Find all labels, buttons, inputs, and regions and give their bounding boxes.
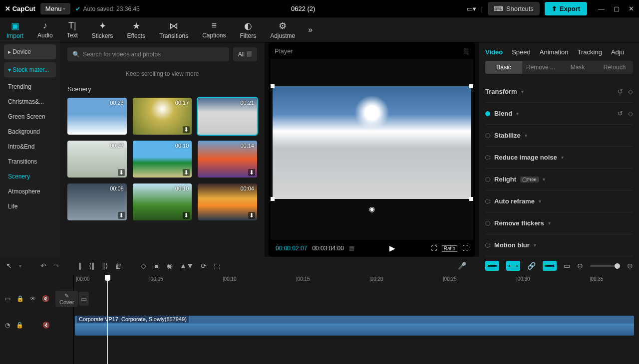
stock-thumbnail[interactable]: 00:08⬇ xyxy=(67,183,127,220)
delete-tool[interactable]: 🗑 xyxy=(115,262,122,270)
download-icon[interactable]: ⬇ xyxy=(183,126,190,133)
nav-christmas-[interactable]: Christmas&... xyxy=(4,94,56,109)
nav-background[interactable]: Background xyxy=(4,124,56,139)
group-tool[interactable]: ▣ xyxy=(153,262,160,270)
nav-atmosphere[interactable]: Atmosphere xyxy=(4,184,56,199)
stock-thumbnail[interactable]: 00:04⬇ xyxy=(198,183,257,220)
mic-icon[interactable]: 🎤 xyxy=(458,262,466,270)
split-left-tool[interactable]: ⟨∥ xyxy=(89,262,95,270)
crop-tool[interactable]: ⬚ xyxy=(214,262,220,270)
link-tool[interactable]: 🔗 xyxy=(527,262,536,270)
split-tool[interactable]: ∥ xyxy=(78,262,82,270)
stab-remove[interactable]: Remove ... xyxy=(522,61,559,74)
nav-green-screen[interactable]: Green Screen xyxy=(4,109,56,124)
prop-auto-reframe[interactable]: Auto reframe ▾ xyxy=(485,190,633,212)
rtab-tracking[interactable]: Tracking xyxy=(578,48,602,56)
prop-transform[interactable]: Transform▾ ↺◇ xyxy=(485,81,633,103)
rotate-handle[interactable]: ◉ xyxy=(369,205,375,213)
prop-stabilize[interactable]: Stabilize ▾ xyxy=(485,125,633,147)
track-mute-icon[interactable]: 🔇 xyxy=(42,295,49,302)
toggle-icon[interactable] xyxy=(485,221,490,226)
tab-filters[interactable]: ◐Filters xyxy=(236,18,261,41)
menu-button[interactable]: Menu ▾ xyxy=(40,3,71,14)
resize-handle[interactable] xyxy=(469,197,473,201)
redo-button[interactable]: ↷ xyxy=(53,262,59,270)
snap-tool[interactable]: ▭ xyxy=(564,262,570,270)
maximize-button[interactable]: ▢ xyxy=(614,5,620,12)
toggle-icon[interactable] xyxy=(485,177,490,182)
track-monitor-icon[interactable]: ▭ xyxy=(5,295,10,302)
nav-intro-end[interactable]: Intro&End xyxy=(4,139,56,154)
fullscreen-icon[interactable]: ⛶ xyxy=(462,245,468,252)
play-button[interactable]: ▶ xyxy=(389,244,395,253)
stock-thumbnail[interactable]: 00:10⬇ xyxy=(133,183,192,220)
search-input[interactable]: 🔍Search for videos and photos xyxy=(67,47,229,61)
rtab-animation[interactable]: Animation xyxy=(540,48,569,56)
stock-thumbnail[interactable]: 00:17⬇ xyxy=(133,98,192,135)
marker-tool[interactable]: ◇ xyxy=(141,262,146,270)
nav-stock[interactable]: ▾ Stock mater... xyxy=(4,62,56,77)
prop-relight[interactable]: Relight ◯Free ▾ xyxy=(485,169,633,190)
rtab-video[interactable]: Video xyxy=(485,48,503,56)
filter-all-button[interactable]: All ☰ xyxy=(233,47,257,61)
nav-life[interactable]: Life xyxy=(4,199,56,214)
tab-text[interactable]: T|Text xyxy=(63,18,82,41)
nav-trending[interactable]: Trending xyxy=(4,79,56,94)
player-menu-icon[interactable]: ☰ xyxy=(463,47,469,55)
track-mute-icon[interactable]: 🔇 xyxy=(42,322,50,329)
download-icon[interactable]: ⬇ xyxy=(118,169,125,176)
aspect-icon[interactable]: ▭▾ xyxy=(467,5,476,12)
zoom-fit-button[interactable]: ⊙ xyxy=(627,262,633,270)
magnet-left-tool[interactable]: ⟸ xyxy=(485,261,499,271)
download-icon[interactable]: ⬇ xyxy=(248,169,255,176)
toggle-icon[interactable] xyxy=(485,111,490,116)
reset-icon[interactable]: ↺ xyxy=(618,88,623,95)
cursor-tool[interactable]: ↖ xyxy=(6,262,12,270)
rotate-tool[interactable]: ⟳ xyxy=(201,262,207,270)
keyframe-icon[interactable]: ◇ xyxy=(628,110,633,117)
resize-handle[interactable] xyxy=(469,84,473,88)
mirror-tool[interactable]: ▲▼ xyxy=(180,262,194,270)
export-button[interactable]: ⬆Export xyxy=(545,2,587,15)
nav-transitions[interactable]: Transitions xyxy=(4,154,56,169)
split-right-tool[interactable]: ∥⟩ xyxy=(102,262,108,270)
ratio-button[interactable]: Ratio xyxy=(442,245,457,252)
toggle-icon[interactable] xyxy=(485,133,490,138)
stock-thumbnail[interactable]: 00:10⬇ xyxy=(133,141,192,178)
stab-mask[interactable]: Mask xyxy=(559,61,596,74)
nav-device[interactable]: ▸ Device xyxy=(4,44,56,59)
download-icon[interactable]: ⬇ xyxy=(183,169,190,176)
toggle-icon[interactable] xyxy=(485,199,490,204)
track-audio-icon[interactable]: ◔ xyxy=(5,322,10,329)
stock-thumbnail[interactable]: 00:27⬇ xyxy=(67,141,127,178)
video-clip-slot[interactable]: ▭ xyxy=(79,292,89,306)
tab-audio[interactable]: ♪Audio xyxy=(33,18,57,41)
shortcuts-button[interactable]: ⌨Shortcuts xyxy=(488,2,540,15)
track-lock-icon[interactable]: 🔒 xyxy=(16,295,24,302)
stock-thumbnail[interactable]: 00:21 xyxy=(198,98,257,135)
close-button[interactable]: ✕ xyxy=(629,5,634,12)
reset-icon[interactable]: ↺ xyxy=(618,110,623,117)
keyframe-icon[interactable]: ◇ xyxy=(628,88,633,95)
toggle-icon[interactable] xyxy=(485,243,490,248)
prop-motion-blur[interactable]: Motion blur ▾ xyxy=(485,234,633,256)
more-tabs-button[interactable]: » xyxy=(305,25,316,34)
magnet-center-tool[interactable]: ⟷ xyxy=(506,261,520,271)
toggle-icon[interactable] xyxy=(485,155,490,160)
track-eye-icon[interactable]: 👁 xyxy=(30,295,36,302)
nav-scenery[interactable]: Scenery xyxy=(4,169,56,184)
resize-handle[interactable] xyxy=(271,197,275,201)
magnet-right-tool[interactable]: ⟹ xyxy=(543,261,557,271)
tab-effects[interactable]: ★Effects xyxy=(123,18,149,41)
playhead[interactable] xyxy=(107,275,108,364)
stab-retouch[interactable]: Retouch xyxy=(596,61,633,74)
tab-transitions[interactable]: ⋈Transitions xyxy=(155,18,192,41)
download-icon[interactable]: ⬇ xyxy=(248,212,255,219)
download-icon[interactable]: ⬇ xyxy=(118,212,125,219)
prop-remove-flickers[interactable]: Remove flickers ▾ xyxy=(485,212,633,234)
tab-stickers[interactable]: ✦Stickers xyxy=(88,18,117,41)
prop-reduce-image-noise[interactable]: Reduce image noise ▾ xyxy=(485,147,633,169)
rtab-adju[interactable]: Adju xyxy=(611,48,624,56)
undo-button[interactable]: ↶ xyxy=(40,262,46,270)
stock-thumbnail[interactable]: 00:23 xyxy=(67,98,127,135)
